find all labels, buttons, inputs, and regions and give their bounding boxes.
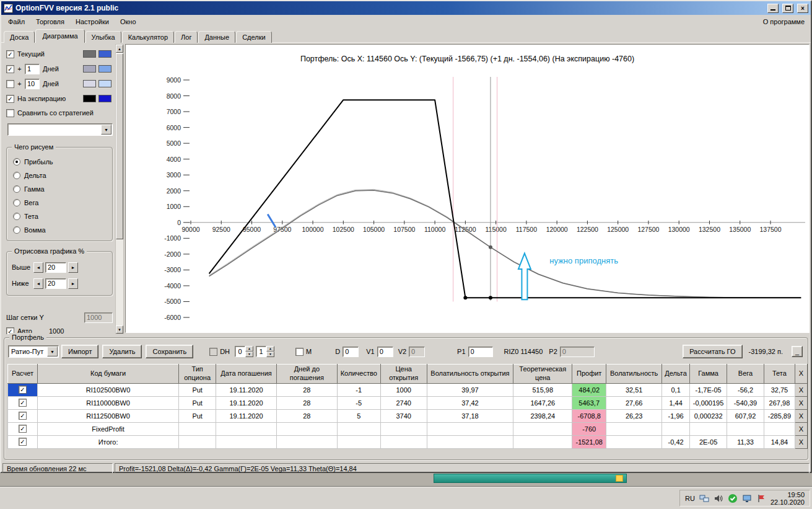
radio-icon[interactable] — [13, 199, 20, 206]
keyboard-language-indicator[interactable]: RU — [685, 495, 695, 502]
spin-up-icon[interactable]: ▲ — [245, 346, 253, 352]
scrollbar-thumb[interactable] — [116, 53, 123, 239]
tab-Улыбка[interactable]: Улыбка — [85, 31, 121, 43]
scroll-down-icon[interactable]: ▼ — [116, 325, 123, 334]
flag-icon[interactable] — [756, 494, 766, 503]
taskbar-clock[interactable]: 19:50 22.10.2020 — [771, 491, 805, 506]
status-ok-icon[interactable] — [728, 494, 738, 503]
spin-down-icon[interactable]: ▼ — [266, 352, 274, 357]
col-header-14[interactable]: Тета — [764, 365, 795, 384]
d-input[interactable] — [343, 347, 359, 357]
draw-option-Дельта[interactable]: Дельта — [13, 169, 112, 182]
radio-icon[interactable] — [13, 158, 20, 166]
row-delete-button[interactable]: X — [795, 396, 807, 409]
radio-icon[interactable] — [13, 213, 20, 220]
network-icon[interactable] — [699, 494, 709, 503]
volume-icon[interactable] — [714, 494, 723, 503]
render-value-input-1[interactable] — [45, 278, 66, 289]
decrease-button[interactable]: ◄ — [33, 278, 43, 289]
decrease-button[interactable]: ◄ — [33, 262, 43, 273]
days-input-2[interactable] — [25, 79, 40, 89]
radio-icon[interactable] — [13, 172, 20, 179]
tab-Данные[interactable]: Данные — [198, 31, 235, 43]
tab-Калькулятор[interactable]: Калькулятор — [122, 31, 174, 43]
row-delete-button[interactable]: X — [795, 409, 807, 422]
col-header-4[interactable]: Дней до погашения — [276, 365, 337, 384]
tab-Доска[interactable]: Доска — [4, 31, 35, 43]
calc-go-button[interactable]: Рассчитать ГО — [683, 345, 742, 358]
row-checkbox[interactable]: ✓ — [19, 425, 27, 433]
v2-input[interactable] — [409, 347, 425, 357]
tab-Сделки[interactable]: Сделки — [236, 31, 272, 43]
col-header-2[interactable]: Тип опциона — [179, 365, 216, 384]
close-button[interactable]: × — [797, 4, 808, 13]
series-checkbox-1[interactable]: ✓ — [6, 65, 14, 73]
chevron-down-icon[interactable]: ▼ — [47, 347, 58, 356]
p1-input[interactable] — [468, 347, 493, 357]
row-delete-button[interactable]: X — [795, 435, 807, 448]
row-calc-cell[interactable]: ✓ — [8, 383, 38, 396]
col-header-3[interactable]: Дата погашения — [216, 365, 277, 384]
increase-button[interactable]: ► — [68, 262, 78, 273]
collapse-portfolio-button[interactable]: _ — [792, 346, 803, 357]
spin-up-icon[interactable]: ▲ — [266, 346, 274, 352]
col-header-5[interactable]: Количество — [337, 365, 380, 384]
col-header-11[interactable]: Дельта — [662, 365, 690, 384]
m-checkbox[interactable] — [295, 348, 303, 356]
dh-spinner-2[interactable]: 1 ▲▼ — [256, 346, 274, 357]
draw-option-Вега[interactable]: Вега — [13, 196, 112, 210]
import-button[interactable]: Импорт — [61, 345, 98, 358]
scroll-up-icon[interactable]: ▲ — [116, 45, 123, 53]
col-header-0[interactable]: Расчет — [8, 365, 38, 384]
menu-item-Окно[interactable]: Окно — [115, 16, 142, 27]
row-calc-cell[interactable]: ✓ — [8, 422, 38, 435]
col-header-7[interactable]: Волатильность открытия — [427, 365, 513, 384]
col-header-15[interactable]: X — [795, 365, 807, 384]
col-header-13[interactable]: Вега — [727, 365, 764, 384]
row-delete-button[interactable]: X — [795, 383, 807, 396]
spin-down-icon[interactable]: ▼ — [245, 352, 253, 357]
increase-button[interactable]: ► — [68, 278, 78, 289]
col-header-10[interactable]: Волатильность — [606, 365, 662, 384]
draw-option-Тета[interactable]: Тета — [13, 210, 112, 223]
draw-option-Прибыль[interactable]: Прибыль — [13, 155, 112, 169]
chevron-down-icon[interactable]: ▼ — [101, 125, 111, 135]
col-header-9[interactable]: Профит — [572, 365, 606, 384]
row-calc-cell[interactable]: ✓ — [8, 435, 38, 448]
col-header-12[interactable]: Гамма — [690, 365, 727, 384]
grid-y-input[interactable] — [84, 312, 113, 323]
render-value-input-0[interactable] — [45, 262, 66, 273]
col-header-1[interactable]: Код бумаги — [37, 365, 178, 384]
tab-Лог[interactable]: Лог — [175, 31, 198, 43]
sidebar-scrollbar[interactable]: ▲ ▼ — [115, 44, 124, 334]
row-calc-cell[interactable]: ✓ — [8, 409, 38, 422]
row-checkbox[interactable]: ✓ — [19, 438, 27, 446]
save-button[interactable]: Сохранить — [146, 345, 193, 358]
row-checkbox[interactable]: ✓ — [19, 399, 27, 407]
row-calc-cell[interactable]: ✓ — [8, 396, 38, 409]
series-checkbox-2[interactable] — [6, 80, 14, 88]
about-menu-item[interactable]: О программе — [761, 16, 807, 27]
radio-icon[interactable] — [13, 185, 20, 193]
days-input-1[interactable] — [25, 64, 40, 74]
series-checkbox-0[interactable]: ✓ — [6, 50, 14, 58]
row-delete-button[interactable]: X — [795, 422, 807, 435]
draw-option-Вомма[interactable]: Вомма — [13, 223, 112, 237]
minimize-button[interactable] — [767, 4, 779, 13]
compare-strategy-select[interactable]: ▼ — [7, 123, 113, 136]
profit-chart[interactable]: -6000-5000-4000-3000-2000-10000100020003… — [126, 45, 810, 334]
menu-item-Торговля[interactable]: Торговля — [30, 16, 70, 27]
menu-item-Файл[interactable]: Файл — [2, 16, 30, 27]
p2-input[interactable] — [560, 347, 595, 357]
dh-spinner-1[interactable]: 0 ▲▼ — [235, 346, 253, 357]
maximize-button[interactable] — [782, 4, 793, 13]
series-checkbox-3[interactable]: ✓ — [6, 95, 14, 103]
display-icon[interactable] — [742, 494, 752, 503]
strategy-select[interactable]: Ратио-Пут ▼ — [8, 345, 59, 358]
compare-checkbox[interactable] — [6, 109, 14, 117]
row-checkbox[interactable]: ✓ — [19, 412, 27, 420]
dh-checkbox[interactable] — [209, 348, 217, 356]
col-header-8[interactable]: Теоретическая цена — [513, 365, 572, 384]
tab-Диаграмма[interactable]: Диаграмма — [35, 29, 84, 43]
row-checkbox[interactable]: ✓ — [19, 386, 27, 394]
